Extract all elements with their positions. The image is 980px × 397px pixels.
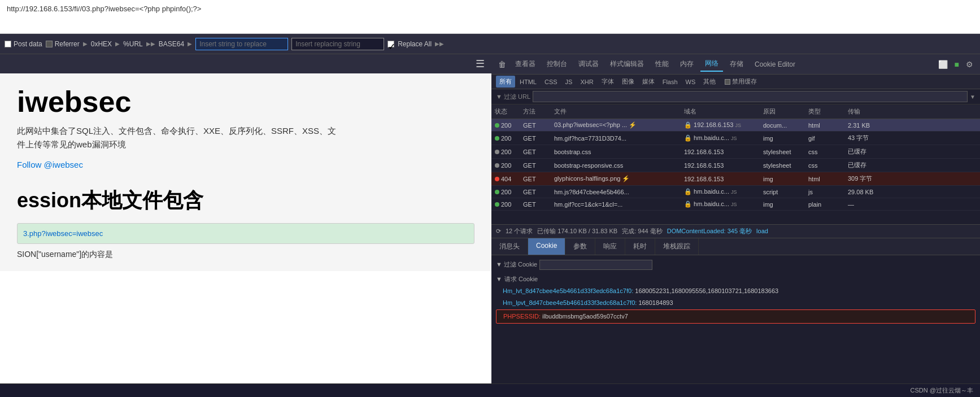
cookie-value-hm-lvt: 1680052231,1680095556,1680103721,1680183… xyxy=(635,287,778,294)
summary-requests: ⟳ xyxy=(496,228,501,235)
cell-transfer: 309 字节 xyxy=(844,173,884,184)
cell-reason: docum... xyxy=(760,121,805,130)
tab-stack[interactable]: 堆栈跟踪 xyxy=(655,238,699,255)
request-cookie-header[interactable]: ▼ 请求 Cookie xyxy=(496,273,975,285)
tab-viewer[interactable]: 查看器 xyxy=(511,57,540,71)
summary-dom[interactable]: DOMContentLoaded: 345 毫秒 xyxy=(667,227,752,235)
header-reason: 原因 xyxy=(760,106,805,117)
cell-domain: 192.168.6.153 xyxy=(681,174,760,184)
description-line1: 此网站中集合了SQL注入、文件包含、命令执行、XXE、反序列化、SSRF、XSS… xyxy=(17,126,336,136)
network-table: 状态 方法 文件 域名 原因 类型 传输 200 GET 03.php?iweb… xyxy=(491,104,980,224)
cell-type: css xyxy=(805,147,844,156)
tab-debugger[interactable]: 调试器 xyxy=(574,57,603,71)
filter-flash[interactable]: Flash xyxy=(659,77,681,87)
summary-transferred: 已传输 174.10 KB / 31.83 KB xyxy=(537,227,617,235)
referrer-item: Referrer xyxy=(46,40,80,48)
net-summary: ⟳ 12 个请求 已传输 174.10 KB / 31.83 KB 完成: 94… xyxy=(491,224,980,238)
cell-domain: 🔒 192.168.6.153 JS xyxy=(681,120,760,130)
filter-html[interactable]: HTML xyxy=(516,77,540,87)
tab-cookie-editor[interactable]: Cookie Editor xyxy=(750,58,800,71)
table-row[interactable]: 200 GET bootstrap.css 192.168.6.153 styl… xyxy=(491,145,980,159)
cell-transfer: 已缓存 xyxy=(844,160,884,171)
cookie-name-phpsessid: PHPSESSID: xyxy=(503,313,541,320)
cell-file: glyphicons-halflings.png ⚡ xyxy=(551,174,681,184)
table-row[interactable]: 200 GET hm.gif?cc=1&ck=1&cl=... 🔒 hm.bai… xyxy=(491,198,980,211)
table-row[interactable]: 200 GET 03.php?iwebsec=<?php ... ⚡ 🔒 192… xyxy=(491,119,980,132)
tab-performance[interactable]: 性能 xyxy=(651,57,673,71)
table-row[interactable]: 404 GET glyphicons-halflings.png ⚡ 192.1… xyxy=(491,172,980,186)
tab-timing[interactable]: 耗时 xyxy=(625,238,655,255)
main-area: ☰ iwebsec 此网站中集合了SQL注入、文件包含、命令执行、XXE、反序列… xyxy=(0,54,980,383)
filter-arrow[interactable]: ▼ xyxy=(970,94,975,100)
filter-all[interactable]: 所有 xyxy=(496,76,515,88)
tab-memory[interactable]: 内存 xyxy=(676,57,698,71)
filter-other[interactable]: 其他 xyxy=(700,76,719,88)
cell-method: GET xyxy=(520,147,551,156)
filter-font[interactable]: 字体 xyxy=(598,76,617,88)
follow-link[interactable]: Follow @iwebsec xyxy=(17,160,83,169)
cookie-name-hm-lpvt: Hm_lpvt_8d47cbee4e5b4661d33f3edc68a1c7f0… xyxy=(503,299,637,306)
insert-string-input[interactable] xyxy=(195,38,288,50)
filter-css[interactable]: CSS xyxy=(541,77,561,87)
cookie-item-hm-lvt: Hm_lvt_8d47cbee4e5b4661d33f3edc68a1c7f0:… xyxy=(496,285,975,298)
trash-icon[interactable]: 🗑 xyxy=(496,59,508,70)
cell-reason: stylesheet xyxy=(760,161,805,170)
summary-load[interactable]: load xyxy=(756,228,768,234)
cell-status: 200 xyxy=(491,121,520,130)
tab-style-editor[interactable]: 样式编辑器 xyxy=(606,57,648,71)
tab-cookie[interactable]: Cookie xyxy=(528,238,565,255)
cell-reason: stylesheet xyxy=(760,147,805,156)
summary-completed: 完成: 944 毫秒 xyxy=(622,227,663,235)
layout-icon[interactable]: ⬜ xyxy=(936,59,950,70)
toolbar: Post data Referrer ▶ 0xHEX ▶ %URL ▶▶ BAS… xyxy=(0,34,980,54)
disable-cache-checkbox[interactable] xyxy=(725,79,730,85)
cell-file: hm.gif?cc=1&ck=1&cl=... xyxy=(551,200,681,209)
cookie-filter-input[interactable] xyxy=(539,260,652,270)
url-filter-input[interactable] xyxy=(533,91,968,102)
cell-method: GET xyxy=(520,187,551,197)
hex-label: 0xHEX xyxy=(91,40,112,48)
filter-xhr[interactable]: XHR xyxy=(577,77,596,87)
table-row[interactable]: 200 GET hm.gif?hca=7731D3D74... 🔒 hm.bai… xyxy=(491,132,980,145)
status-dot-green xyxy=(495,123,499,128)
cell-transfer: 2.31 KB xyxy=(844,121,884,130)
cell-domain: 192.168.6.153 xyxy=(681,147,760,156)
summary-requests-text: 12 个请求 xyxy=(506,227,533,235)
referrer-checkbox[interactable] xyxy=(46,41,53,47)
tab-params[interactable]: 参数 xyxy=(565,238,595,255)
replace-all-checkbox[interactable]: ✓ xyxy=(387,41,394,47)
cell-method: GET xyxy=(520,121,551,130)
hamburger-icon[interactable]: ☰ xyxy=(476,58,485,70)
cookie-filter-row: ▼ 过滤 Cookie xyxy=(496,260,975,270)
cookie-filter-label: ▼ 过滤 Cookie xyxy=(496,260,537,269)
cell-status: 200 xyxy=(491,147,520,156)
cell-domain: 🔒 hm.baidu.c... JS xyxy=(681,133,760,143)
tab-storage[interactable]: 存储 xyxy=(725,57,748,71)
header-method: 方法 xyxy=(520,106,551,117)
code-box: 3.php?iwebsec=iwebsec xyxy=(17,223,474,244)
cell-transfer: 43 字节 xyxy=(844,133,884,143)
filter-media[interactable]: 媒体 xyxy=(639,76,658,88)
post-data-checkbox[interactable] xyxy=(5,41,11,47)
cell-reason: img xyxy=(760,134,805,143)
table-row[interactable]: 200 GET hm.js?8d47cbee4e5b466... 🔒 hm.ba… xyxy=(491,186,980,198)
cell-type: plain xyxy=(805,200,844,209)
section-title: ession本地文件包含 xyxy=(17,187,474,215)
cookie-item-phpsessid: PHPSESSID: ilbuddbmsbmg5aod59s07cctv7 xyxy=(496,309,975,324)
status-dot-red xyxy=(495,177,499,181)
filter-image[interactable]: 图像 xyxy=(619,76,638,88)
site-description: 此网站中集合了SQL注入、文件包含、命令执行、XXE、反序列化、SSRF、XSS… xyxy=(17,124,474,151)
tab-network[interactable]: 网络 xyxy=(700,56,723,72)
insert-replacing-input[interactable] xyxy=(291,38,384,50)
site-title: iwebsec xyxy=(17,85,474,119)
tab-message-header[interactable]: 消息头 xyxy=(491,238,528,255)
filter-js[interactable]: JS xyxy=(562,77,576,87)
filter-ws[interactable]: WS xyxy=(682,77,699,87)
settings-icon[interactable]: ⚙ xyxy=(964,59,975,70)
table-row[interactable]: 200 GET bootstrap-responsive.css 192.168… xyxy=(491,159,980,172)
status-dot-green xyxy=(495,202,499,207)
tab-response[interactable]: 响应 xyxy=(595,238,625,255)
replace-all-label: Replace All xyxy=(398,40,432,48)
cell-domain: 🔒 hm.baidu.c... JS xyxy=(681,199,760,209)
tab-console[interactable]: 控制台 xyxy=(542,57,572,71)
